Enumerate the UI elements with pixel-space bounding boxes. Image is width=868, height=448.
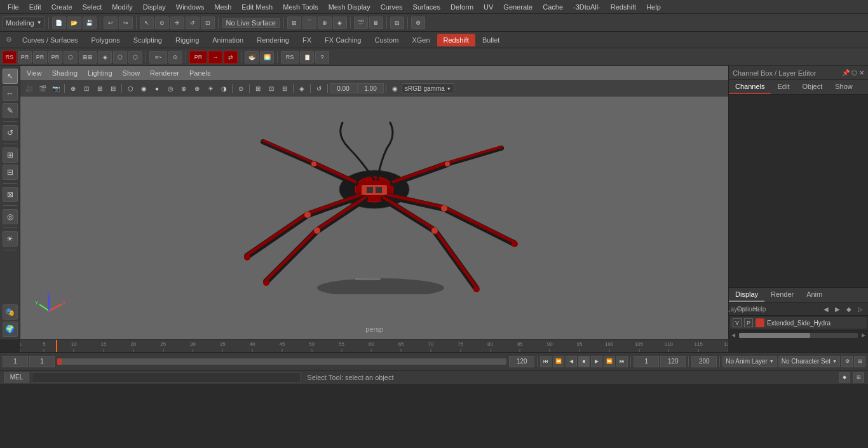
viewport-menu-lighting[interactable]: Lighting bbox=[85, 68, 115, 78]
menu-redshift[interactable]: Redshift bbox=[606, 2, 641, 12]
vp-icon-film[interactable]: 🎬 bbox=[36, 82, 49, 95]
shelf-icon-2[interactable]: PR bbox=[18, 51, 32, 64]
cb-tab-channels[interactable]: Channels bbox=[729, 80, 771, 94]
anim-settings-btn[interactable]: ⚙ bbox=[841, 356, 853, 367]
vp-icon-light[interactable]: ☀ bbox=[204, 82, 217, 95]
shelf-icon-18[interactable]: 📋 bbox=[300, 51, 314, 64]
open-file-btn[interactable]: 📂 bbox=[67, 17, 81, 29]
layer-playback[interactable]: P bbox=[744, 318, 753, 327]
vp-icon-refresh[interactable]: ↺ bbox=[313, 82, 325, 95]
menu-surfaces[interactable]: Surfaces bbox=[408, 2, 445, 12]
coord-x-input[interactable] bbox=[330, 83, 356, 93]
shelf-icon-3[interactable]: PR bbox=[33, 51, 47, 64]
tab-fx-caching[interactable]: FX Caching bbox=[318, 34, 367, 46]
shelf-icon-9[interactable]: ⬡ bbox=[128, 51, 142, 64]
shelf-icon-19[interactable]: ? bbox=[315, 51, 329, 64]
snap-grid[interactable]: ⊟ bbox=[3, 165, 18, 180]
tab-animation[interactable]: Animation bbox=[206, 34, 250, 46]
lasso-tool-btn[interactable]: ⊙ bbox=[155, 17, 169, 29]
move-tool-btn[interactable]: ✛ bbox=[170, 17, 184, 29]
select-tool[interactable]: ↖ bbox=[3, 69, 18, 84]
save-file-btn[interactable]: 💾 bbox=[83, 17, 97, 29]
menu-mesh-display[interactable]: Mesh Display bbox=[323, 2, 376, 12]
tab-rigging[interactable]: Rigging bbox=[169, 34, 205, 46]
status-key-btn[interactable]: ◆ bbox=[839, 372, 850, 383]
layer-hide-btn[interactable]: ▷ bbox=[855, 304, 865, 314]
viewport-menu-panels[interactable]: Panels bbox=[187, 68, 214, 78]
snap-to-surface-btn[interactable]: ◈ bbox=[333, 17, 347, 29]
undo-btn[interactable]: ↩ bbox=[104, 17, 118, 29]
menu-select[interactable]: Select bbox=[78, 2, 107, 12]
layer-tab-anim[interactable]: Anim bbox=[800, 288, 829, 302]
camera-tool[interactable]: ◎ bbox=[3, 209, 18, 224]
viewport-menu-renderer[interactable]: Renderer bbox=[147, 68, 182, 78]
vp-icon-display-res[interactable]: ⊞ bbox=[252, 82, 264, 95]
layer-add-btn[interactable]: ◀ bbox=[821, 304, 831, 314]
playback-speed-input[interactable] bbox=[691, 356, 717, 367]
vp-icon-select-face[interactable]: ⊞ bbox=[93, 82, 106, 95]
gamma-dropdown[interactable]: sRGB gamma ▼ bbox=[402, 83, 454, 93]
settings-btn[interactable]: ⚙ bbox=[411, 17, 425, 29]
ipr-btn[interactable]: 🖥 bbox=[369, 17, 383, 29]
coord-y-input[interactable] bbox=[357, 83, 384, 93]
vp-icon-shadow[interactable]: ◑ bbox=[217, 82, 230, 95]
anim-layer-dropdown[interactable]: No Anim Layer ▼ bbox=[722, 356, 777, 367]
vp-icon-display-res3[interactable]: ⊟ bbox=[278, 82, 291, 95]
layer-scroll-right[interactable]: ▶ bbox=[859, 331, 868, 340]
sculpt-tool[interactable]: ⊠ bbox=[3, 187, 18, 202]
current-frame-input[interactable] bbox=[3, 356, 28, 367]
vp-icon-shade2[interactable]: ⊗ bbox=[177, 82, 190, 95]
vp-icon-smooth[interactable]: ◉ bbox=[137, 82, 150, 95]
timeline-cursor[interactable] bbox=[56, 340, 57, 353]
paint-tool[interactable]: ✎ bbox=[3, 103, 18, 118]
vp-icon-select-edge[interactable]: ⊡ bbox=[80, 82, 93, 95]
shelf-icon-12[interactable]: PR bbox=[189, 51, 207, 64]
shelf-icon-17[interactable]: RS bbox=[281, 51, 299, 64]
shelf-icon-8[interactable]: ⬡ bbox=[113, 51, 127, 64]
viewport-menu-view[interactable]: View bbox=[24, 68, 44, 78]
play-back-btn[interactable]: ◀ bbox=[566, 356, 577, 367]
shelf-icon-14[interactable]: ⇄ bbox=[224, 51, 238, 64]
menu-help[interactable]: Help bbox=[641, 2, 666, 12]
menu-modify[interactable]: Modify bbox=[107, 2, 137, 12]
skip-to-end-btn[interactable]: ⏭ bbox=[616, 356, 628, 367]
bottom-icon-2[interactable]: 🌍 bbox=[3, 322, 18, 337]
vp-icon-shade[interactable]: ● bbox=[151, 82, 163, 95]
rp-expand-icon[interactable]: ⬡ bbox=[851, 69, 857, 76]
tab-sculpting[interactable]: Sculpting bbox=[127, 34, 168, 46]
layer-remove-btn[interactable]: ▶ bbox=[832, 304, 843, 314]
bottom-icon-1[interactable]: 🎭 bbox=[3, 304, 18, 320]
menu-cache[interactable]: Cache bbox=[538, 2, 568, 12]
snap-to-point-btn[interactable]: ⊕ bbox=[318, 17, 332, 29]
snap-to-curve-btn[interactable]: ⌒ bbox=[302, 17, 316, 29]
tab-bullet[interactable]: Bullet bbox=[476, 34, 506, 46]
play-fwd-btn[interactable]: ▶ bbox=[591, 356, 602, 367]
light-tool[interactable]: ☀ bbox=[3, 231, 18, 247]
shelf-icon-4[interactable]: PR bbox=[48, 51, 62, 64]
layer-visibility[interactable]: V bbox=[733, 318, 742, 327]
timeline-container[interactable]: // Timeline ticks rendered dynamically c… bbox=[20, 340, 728, 353]
redo-btn[interactable]: ↪ bbox=[119, 17, 133, 29]
viewport-menu-show[interactable]: Show bbox=[120, 68, 143, 78]
tab-fx[interactable]: FX bbox=[296, 34, 318, 46]
menu-uv[interactable]: UV bbox=[478, 2, 498, 12]
tab-polygons[interactable]: Polygons bbox=[85, 34, 126, 46]
layer-scroll-left[interactable]: ◀ bbox=[729, 331, 738, 340]
grid-display[interactable]: ⊞ bbox=[3, 147, 18, 163]
vp-icon-tex[interactable]: ⊕ bbox=[191, 82, 203, 95]
menu-edit[interactable]: Edit bbox=[24, 2, 46, 12]
tab-custom[interactable]: Custom bbox=[369, 34, 405, 46]
layer-tab-render[interactable]: Render bbox=[764, 288, 800, 302]
shelf-icon-15[interactable]: 🍜 bbox=[245, 51, 259, 64]
shelf-icon-5[interactable]: ⬡ bbox=[64, 51, 78, 64]
tab-rendering[interactable]: Rendering bbox=[250, 34, 295, 46]
step-back-btn[interactable]: ⏪ bbox=[553, 356, 564, 367]
tab-curves-surfaces[interactable]: Curves / Surfaces bbox=[16, 34, 84, 46]
scale-tool-btn[interactable]: ⊡ bbox=[201, 17, 215, 29]
menu-file[interactable]: File bbox=[3, 2, 24, 12]
cb-tab-edit[interactable]: Edit bbox=[771, 80, 796, 94]
move-tool[interactable]: ↔ bbox=[3, 86, 18, 101]
shelf-icon-7[interactable]: ◈ bbox=[98, 51, 112, 64]
new-file-btn[interactable]: 📄 bbox=[52, 17, 66, 29]
skip-to-start-btn[interactable]: ⏮ bbox=[540, 356, 552, 367]
